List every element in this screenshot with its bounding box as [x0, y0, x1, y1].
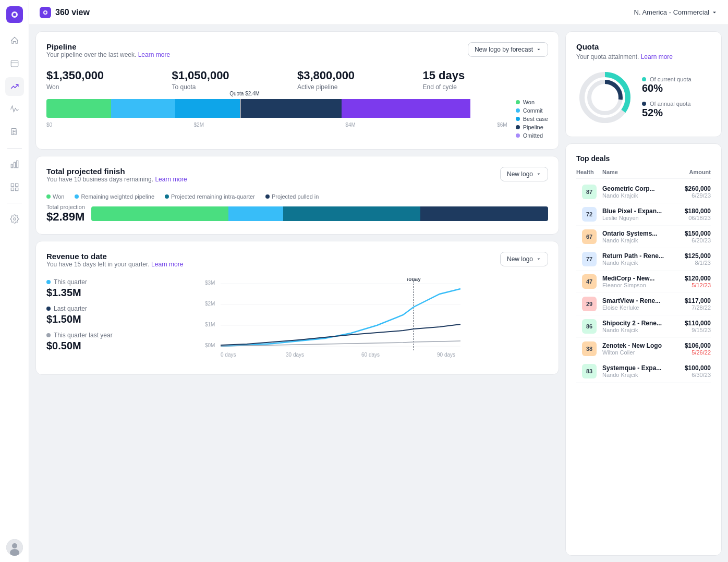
projection-legend-intra: Projected remaining intra-quarter [165, 193, 255, 200]
metric-won-label: Won [46, 83, 172, 91]
deal-date-8: 6/30/23 [669, 372, 711, 378]
projection-bar-row: Total projection $2.89M [46, 204, 548, 224]
health-badge-6: 86 [582, 319, 597, 334]
proj-seg-intra [283, 206, 420, 221]
deal-amount-col-4: $120,000 5/12/23 [669, 275, 711, 288]
deals-list: 87 Geometric Corp... Nando Krajcik $260,… [576, 181, 711, 545]
health-badge-7: 38 [582, 341, 597, 356]
deal-health-5: 29 [576, 297, 602, 311]
deal-amount-col-7: $106,000 5/26/22 [669, 342, 711, 356]
metric-active-label: Active pipeline [297, 83, 423, 91]
legend-bestcase: Best case [516, 116, 548, 122]
sidebar-divider-1 [7, 148, 22, 149]
quota-learn-more[interactable]: Learn more [641, 53, 673, 60]
deal-name-col-8: Systemque - Expa... Nando Krajcik [602, 364, 669, 378]
rev-last-quarter: Last quarter $1.50M [46, 305, 114, 325]
sidebar-item-settings[interactable] [5, 210, 24, 228]
table-row[interactable]: 83 Systemque - Expa... Nando Krajcik $10… [576, 360, 711, 383]
rev-last-year-value: $0.50M [46, 340, 114, 352]
deal-name-col-3: Return Path - Rene... Nando Krajcik [602, 252, 669, 266]
table-row[interactable]: 29 SmartView - Rene... Eloise Kerluke $1… [576, 293, 711, 315]
rev-this-quarter: This quarter $1.35M [46, 278, 114, 299]
deal-amount-2: $150,000 [669, 230, 711, 237]
sidebar-item-activity[interactable] [5, 100, 24, 119]
svg-rect-8 [11, 184, 14, 186]
table-row[interactable]: 86 Shipocity 2 - Rene... Nando Krajcik $… [576, 315, 711, 338]
svg-point-14 [12, 543, 17, 548]
deal-amount-4: $120,000 [669, 275, 711, 282]
content-area: Pipeline Your pipeline over the last wee… [29, 25, 728, 562]
svg-rect-2 [11, 60, 18, 67]
deal-name-6: Shipocity 2 - Rene... [602, 320, 669, 327]
user-avatar[interactable] [6, 539, 23, 556]
deal-amount-3: $125,000 [669, 252, 711, 260]
sidebar-item-grid[interactable] [5, 178, 24, 197]
health-badge-0: 87 [582, 185, 597, 199]
pipeline-legend: Won Commit Best case Pipeline Omitted [516, 99, 548, 139]
current-quota-value: 60% [642, 82, 691, 94]
projection-legend-row: Won Remaining weighted pipeline Projecte… [46, 193, 548, 200]
health-badge-5: 29 [582, 297, 597, 311]
deal-health-0: 87 [576, 185, 602, 199]
top-deals-title: Top deals [576, 154, 711, 163]
svg-text:$1M: $1M [205, 322, 215, 327]
header-amount: Amount [669, 169, 711, 175]
svg-text:0 days: 0 days [221, 352, 236, 358]
pipeline-learn-more[interactable]: Learn more [138, 51, 170, 58]
deal-amount-col-3: $125,000 8/1/23 [669, 252, 711, 266]
svg-text:$0M: $0M [205, 343, 215, 348]
sidebar-item-chart[interactable] [5, 155, 24, 174]
deal-date-7: 5/26/22 [669, 349, 711, 356]
legend-dot-commit [516, 108, 520, 113]
quota-line [240, 99, 241, 118]
topbar: 360 view N. America - Commercial [29, 0, 728, 25]
deal-owner-0: Nando Krajcik [602, 192, 669, 199]
deal-amount-col-0: $260,000 6/29/23 [669, 185, 711, 199]
rev-dot-ly [46, 333, 51, 337]
revenue-title: Revenue to date [46, 252, 183, 261]
svg-rect-9 [15, 184, 18, 186]
table-row[interactable]: 77 Return Path - Rene... Nando Krajcik $… [576, 248, 711, 271]
sidebar-item-trends[interactable] [5, 77, 24, 96]
table-row[interactable]: 38 Zenotek - New Logo Wilton Colier $106… [576, 338, 711, 360]
sidebar-item-docs[interactable] [5, 123, 24, 142]
deal-name-col-2: Ontario Systems... Nando Krajcik [602, 230, 669, 243]
deal-amount-7: $106,000 [669, 342, 711, 349]
deal-health-8: 83 [576, 364, 602, 378]
deal-name-col-1: Blue Pixel - Expan... Leslie Nguyen [602, 207, 669, 221]
projected-learn-more[interactable]: Learn more [155, 176, 187, 183]
revenue-dropdown[interactable]: New logo [500, 252, 548, 266]
title-icon [40, 7, 51, 18]
pipeline-card: Pipeline Your pipeline over the last wee… [35, 31, 559, 150]
legend-omitted: Omitted [516, 132, 548, 139]
rev-dot-lq [46, 307, 51, 311]
bar-omitted [342, 99, 470, 118]
table-row[interactable]: 87 Geometric Corp... Nando Krajcik $260,… [576, 181, 711, 203]
legend-dot-omitted [516, 133, 520, 138]
sidebar-item-inbox[interactable] [5, 54, 24, 73]
deal-owner-7: Wilton Colier [602, 349, 669, 356]
deal-date-6: 9/15/23 [669, 327, 711, 333]
deal-name-0: Geometric Corp... [602, 185, 669, 192]
revenue-learn-more[interactable]: Learn more [151, 261, 183, 268]
sidebar-item-home[interactable] [5, 31, 24, 50]
legend-won: Won [516, 99, 548, 105]
svg-point-1 [13, 13, 16, 16]
projected-dropdown[interactable]: New logo [500, 167, 548, 181]
table-row[interactable]: 67 Ontario Systems... Nando Krajcik $150… [576, 226, 711, 248]
pipeline-dropdown[interactable]: New logo by forecast [468, 42, 548, 57]
sidebar [0, 0, 29, 562]
page-title: 360 view [55, 8, 90, 17]
projected-header: Total projected finish You have 10 busin… [46, 167, 548, 191]
revenue-chart: $3M $2M $1M $0M Today [123, 278, 548, 364]
pipeline-header: Pipeline Your pipeline over the last wee… [46, 42, 548, 67]
region-selector[interactable]: N. America - Commercial [634, 8, 718, 16]
projection-total-value: $2.89M [46, 210, 85, 224]
bar-won [46, 99, 111, 118]
proj-seg-won [91, 206, 228, 221]
quota-donut-chart [576, 69, 634, 126]
deal-date-1: 06/18/23 [669, 215, 711, 221]
rev-this-quarter-value: $1.35M [46, 287, 114, 299]
table-row[interactable]: 47 MediCorp - New... Eleanor Simpson $12… [576, 271, 711, 293]
table-row[interactable]: 72 Blue Pixel - Expan... Leslie Nguyen $… [576, 203, 711, 226]
